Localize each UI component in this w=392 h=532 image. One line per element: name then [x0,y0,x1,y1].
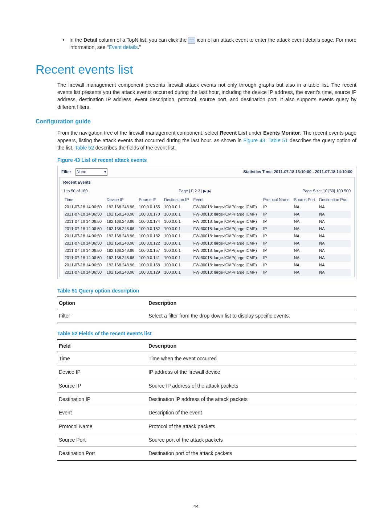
table-cell: FW-30018: large-ICMP(large ICMP) [192,240,262,247]
table-52: Field Description TimeTime when the even… [57,339,356,461]
detail-word: Detail [83,37,97,43]
table-cell: Source Port [57,433,147,446]
pager-size[interactable]: Page Size: 10 [50] 100 500 [302,188,351,194]
table-cell: FW-30018: large-ICMP(large ICMP) [192,233,262,240]
table-cell: IP [262,240,293,247]
event-details-icon[interactable] [188,37,195,44]
table-52-caption: Table 52 Fields of the recent events lis… [57,330,356,337]
table-cell: 192.168.248.96 [105,211,138,218]
table-51: Option Description FilterSelect a filter… [57,296,356,323]
table-cell: 2011-07-18 14:06:50 [63,218,105,225]
table-cell: 100.0.0.155 [138,204,163,211]
table-row: Device IPIP address of the firewall devi… [57,365,356,379]
table-row: 2011-07-18 14:06:50192.168.248.96100.0.0… [63,233,351,240]
table-cell: FW-30018: large-ICMP(large ICMP) [192,204,262,211]
shot-col-header[interactable]: Protocol Name [262,196,293,204]
table-cell: NA [318,240,351,247]
shot-col-header[interactable]: Destination Port [318,196,351,204]
table-cell: Source IP address of the attack packets [147,379,356,392]
table-row: FilterSelect a filter from the drop-down… [57,309,356,323]
table-cell: 192.168.248.96 [105,254,138,262]
table-cell: 100.0.0.1 [163,218,192,225]
table-cell: 100.0.0.129 [138,269,163,276]
table-row: EventDescription of the event [57,406,356,420]
recent-events-subheader: Recent Events [63,180,351,185]
shot-col-header[interactable]: Source IP [138,196,163,204]
table-cell: NA [318,218,351,225]
table-row: 2011-07-18 14:06:50192.168.248.96100.0.0… [63,254,351,262]
table-51-caption: Table 51 Query option description [57,287,356,294]
table-cell: Destination Port [57,447,147,461]
figure-43-link[interactable]: Figure 43 [243,138,265,143]
shot-col-header[interactable]: Time [63,196,105,204]
table-row: 2011-07-18 14:06:50192.168.248.96100.0.0… [63,225,351,233]
filter-label: Filter [61,169,71,174]
text: describes the fields of the event list. [94,145,176,151]
table-cell: NA [318,262,351,269]
table-cell: Destination IP [57,393,147,406]
table-row: Destination PortDestination port of the … [57,447,356,461]
table-row: 2011-07-18 14:06:50192.168.248.96100.0.0… [63,204,351,211]
table-cell: NA [293,233,318,240]
table-row: 2011-07-18 14:06:50192.168.248.96100.0.0… [63,211,351,218]
shot-col-header[interactable]: Event [192,196,262,204]
table-cell: Select a filter from the drop-down list … [147,309,356,323]
table-cell: 100.0.0.1 [163,233,192,240]
table-cell: 192.168.248.96 [105,269,138,276]
shot-col-header[interactable]: Destination IP [163,196,192,204]
recent-events-description: The firewall management component presen… [57,81,356,111]
shot-col-header[interactable]: Device IP [105,196,138,204]
table-cell: IP [262,247,293,254]
table-cell: IP [262,211,293,218]
table-cell: 2011-07-18 14:06:50 [63,204,105,211]
table-cell: Source IP [57,379,147,392]
table-cell: Protocol of the attack packets [147,420,356,433]
table-cell: NA [293,247,318,254]
table-cell: NA [293,254,318,262]
table-cell: FW-30018: large-ICMP(large ICMP) [192,218,262,225]
table-cell: 192.168.248.96 [105,218,138,225]
table-cell: NA [293,240,318,247]
filter-value: None [77,169,86,175]
recent-list-bold: Recent List [220,130,247,136]
table-52-link[interactable]: Table 52 [75,145,94,151]
filter-select[interactable]: None ▾ [75,168,107,176]
table-cell: 2011-07-18 14:06:50 [63,225,105,233]
table-cell: 100.0.0.157 [138,247,163,254]
events-monitor-bold: Events Monitor [263,130,300,136]
table-cell: FW-30018: large-ICMP(large ICMP) [192,211,262,218]
table-cell: NA [318,225,351,233]
table-cell: 192.168.248.96 [105,204,138,211]
table-cell: Filter [57,309,147,323]
table-cell: NA [293,218,318,225]
table-cell: IP [262,254,293,262]
page-number: 44 [0,503,392,510]
table-52-h1: Field [57,340,147,352]
table-cell: Destination port of the attack packets [147,447,356,461]
text: In the [69,37,83,43]
shot-col-header[interactable]: Source Port [293,196,318,204]
recent-events-heading: Recent events list [36,61,356,78]
table-cell: 192.168.248.96 [105,240,138,247]
table-cell: 100.0.0.1 [163,254,192,262]
table-cell: NA [293,204,318,211]
pager-pages[interactable]: Page [1] 2 3 | ▶ ▶| [87,188,302,194]
event-details-link[interactable]: Event details [109,44,138,50]
table-cell: Time [57,352,147,365]
table-51-h2: Description [147,297,356,309]
table-cell: NA [318,204,351,211]
table-cell: NA [318,254,351,262]
table-cell: 100.0.0.1 [163,225,192,233]
table-51-link[interactable]: Table 51 [268,138,288,143]
table-cell: FW-30018: large-ICMP(large ICMP) [192,247,262,254]
table-cell: 100.0.0.182 [138,233,163,240]
table-cell: Protocol Name [57,420,147,433]
text: column of a TopN list, you can click the [97,37,188,43]
table-cell: 192.168.248.96 [105,247,138,254]
configuration-guide-heading: Configuration guide [36,117,356,126]
table-cell: IP [262,204,293,211]
recent-events-table: TimeDevice IPSource IPDestination IPEven… [63,196,351,276]
table-cell: NA [293,262,318,269]
table-cell: 100.0.0.1 [163,204,192,211]
table-cell: 2011-07-18 14:06:50 [63,269,105,276]
